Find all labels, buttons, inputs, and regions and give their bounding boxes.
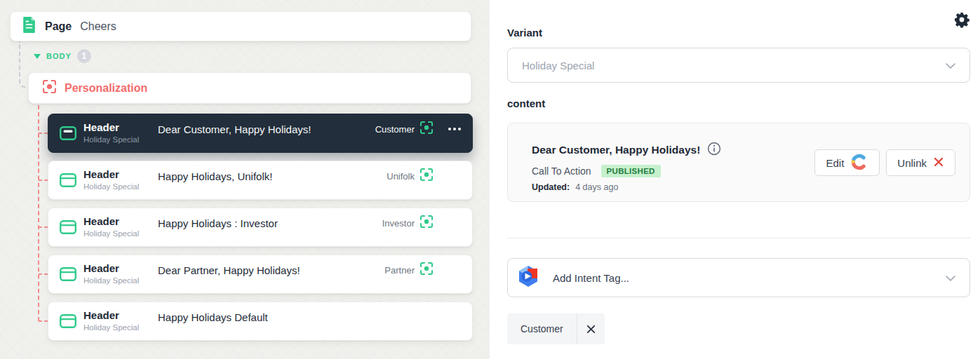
audience-label: Customer <box>375 124 415 135</box>
tree-connector-red <box>38 105 39 321</box>
header-variant-sublabel: Holiday Special <box>83 229 151 239</box>
tree-node-personalization[interactable]: Personalization <box>28 72 471 104</box>
linked-entry-card: Dear Customer, Happy Holidays! Call To A… <box>507 123 970 202</box>
unlink-x-icon <box>933 156 944 170</box>
header-type-label: Header <box>83 309 151 322</box>
audience-target-icon <box>420 168 433 184</box>
tree-connector-red-branch <box>39 133 48 134</box>
variant-field-label: Variant <box>507 27 542 39</box>
header-block-icon <box>60 173 76 187</box>
chevron-down-icon <box>946 271 955 284</box>
ninetailed-logo-icon <box>518 265 539 290</box>
page-type-label: Page <box>45 20 72 33</box>
variant-select-value: Holiday Special <box>522 60 594 72</box>
tree-header-row-unifolk[interactable]: Header Holiday Special Happy Holidays, U… <box>48 161 473 200</box>
tree-header-row-default[interactable]: Header Holiday Special Happy Holidays De… <box>48 302 473 341</box>
intent-tag-select[interactable]: Add Intent Tag... <box>507 258 970 297</box>
edit-button-label: Edit <box>826 157 844 169</box>
tree-header-row-customer[interactable]: Header Holiday Special Dear Customer, Ha… <box>48 114 473 153</box>
app-root: Page Cheers BODY 1 Personalization Heade… <box>0 0 980 359</box>
header-block-icon <box>60 267 76 281</box>
header-variant-sublabel: Holiday Special <box>83 276 151 286</box>
body-count-badge: 1 <box>77 49 91 63</box>
page-name: Cheers <box>80 20 116 33</box>
tree-header-row-investor[interactable]: Header Holiday Special Happy Holidays : … <box>48 208 473 247</box>
inspector-panel: Variant Holiday Special content Dear Cus… <box>490 0 980 359</box>
content-section-label: content <box>507 97 545 109</box>
tree-connector-gray <box>19 41 27 88</box>
audience-label: Partner <box>384 265 415 276</box>
personalization-label: Personalization <box>65 82 147 95</box>
personalization-focus-icon <box>43 80 56 96</box>
header-block-icon <box>60 220 76 234</box>
content-tree-panel: Page Cheers BODY 1 Personalization Heade… <box>0 0 490 359</box>
tree-connector-red-branch <box>39 180 48 181</box>
header-content-text: Dear Customer, Happy Holidays! <box>158 123 368 135</box>
settings-gear-icon[interactable] <box>953 11 970 31</box>
section-divider <box>507 238 970 238</box>
tag-remove-button[interactable] <box>577 313 605 344</box>
updated-label: Updated: <box>532 182 570 192</box>
contentful-logo-icon <box>850 153 868 173</box>
chevron-down-icon <box>946 59 955 72</box>
edit-button[interactable]: Edit <box>814 149 880 176</box>
unlink-button[interactable]: Unlink <box>886 149 955 176</box>
header-content-text: Happy Holidays : Investor <box>158 217 375 229</box>
header-block-icon <box>60 126 76 140</box>
audience-label: Unifolk <box>387 171 415 182</box>
tag-chip-customer: Customer <box>507 313 605 344</box>
header-type-label: Header <box>83 215 151 228</box>
audience-target-icon <box>420 215 433 231</box>
intent-tag-placeholder: Add Intent Tag... <box>553 272 629 284</box>
variant-select[interactable]: Holiday Special <box>507 48 970 83</box>
audience-label: Investor <box>382 218 415 229</box>
tree-connector-red-branch <box>39 320 48 322</box>
header-variant-sublabel: Holiday Special <box>83 323 151 333</box>
entry-title: Dear Customer, Happy Holidays! <box>532 144 700 156</box>
unlink-button-label: Unlink <box>897 157 927 169</box>
audience-target-icon <box>420 262 433 278</box>
tree-header-row-partner[interactable]: Header Holiday Special Dear Partner, Hap… <box>48 255 473 294</box>
header-block-icon <box>60 314 76 328</box>
header-content-text: Happy Holidays, Unifolk! <box>158 170 380 182</box>
body-label: BODY <box>46 52 72 60</box>
tree-node-body-toggle[interactable]: BODY 1 <box>34 49 91 63</box>
header-content-text: Happy Holidays Default <box>158 311 433 323</box>
audience-target-icon <box>420 121 433 137</box>
header-variant-sublabel: Holiday Special <box>83 135 151 145</box>
header-variant-sublabel: Holiday Special <box>83 182 151 192</box>
status-badge: PUBLISHED <box>601 165 661 177</box>
collapse-triangle-icon[interactable] <box>34 54 41 59</box>
tree-connector-red-branch <box>39 273 48 275</box>
header-type-label: Header <box>83 168 151 181</box>
updated-value: 4 days ago <box>575 182 618 192</box>
row-menu-icon[interactable] <box>448 128 461 130</box>
tree-connector-red-branch <box>39 226 48 228</box>
entry-content-type: Call To Action <box>532 165 591 177</box>
header-type-label: Header <box>83 262 151 275</box>
tree-node-page[interactable]: Page Cheers <box>10 11 471 41</box>
header-type-label: Header <box>83 121 151 134</box>
page-file-icon <box>22 16 36 36</box>
header-content-text: Dear Partner, Happy Holidays! <box>158 264 377 276</box>
info-icon[interactable] <box>707 142 721 158</box>
tag-chip-label: Customer <box>507 313 577 344</box>
